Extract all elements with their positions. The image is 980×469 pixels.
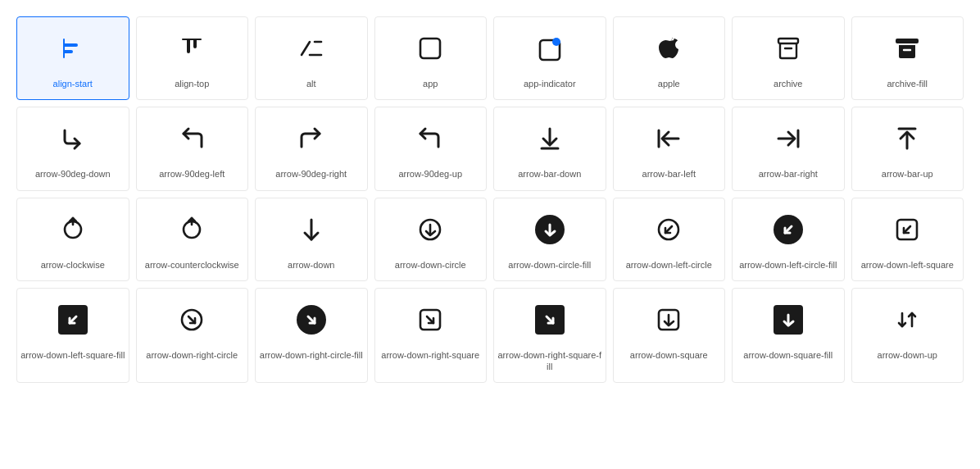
icon-wrapper bbox=[48, 24, 98, 73]
icon-cell-arrow-90deg-up[interactable]: arrow-90deg-up bbox=[374, 107, 488, 190]
icon-wrapper bbox=[525, 205, 574, 254]
icon-wrapper bbox=[406, 295, 455, 344]
arrow-counterclockwise-icon bbox=[179, 216, 205, 243]
icon-cell-align-start[interactable]: align-start bbox=[16, 16, 129, 100]
icon-wrapper bbox=[406, 114, 455, 163]
icon-cell-arrow-down-left-circle[interactable]: arrow-down-left-circle bbox=[613, 198, 726, 281]
icon-cell-arrow-90deg-down[interactable]: arrow-90deg-down bbox=[16, 107, 129, 190]
icon-label: arrow-down-left-square-fill bbox=[20, 349, 125, 361]
icon-cell-arrow-down-square[interactable]: arrow-down-square bbox=[613, 288, 726, 384]
icon-cell-arrow-counterclockwise[interactable]: arrow-counterclockwise bbox=[136, 198, 249, 281]
icon-wrapper bbox=[525, 24, 574, 73]
icon-wrapper bbox=[764, 295, 813, 344]
icon-wrapper bbox=[406, 205, 455, 254]
icon-cell-arrow-bar-left[interactable]: arrow-bar-left bbox=[613, 107, 726, 190]
icon-cell-arrow-down-circle[interactable]: arrow-down-circle bbox=[374, 198, 488, 281]
icon-cell-arrow-down[interactable]: arrow-down bbox=[255, 198, 368, 281]
icon-label: archive-fill bbox=[887, 78, 928, 89]
icon-cell-arrow-bar-right[interactable]: arrow-bar-right bbox=[732, 107, 845, 190]
arrow-down-right-circle-fill-icon bbox=[298, 307, 324, 333]
svg-rect-9 bbox=[778, 39, 798, 43]
square-filled bbox=[535, 305, 565, 335]
icon-cell-arrow-clockwise[interactable]: arrow-clockwise bbox=[16, 198, 129, 281]
icon-cell-arrow-bar-down[interactable]: arrow-bar-down bbox=[493, 107, 606, 190]
icon-wrapper bbox=[167, 24, 216, 73]
icon-label: arrow-90deg-up bbox=[398, 168, 462, 180]
arrow-clockwise-icon bbox=[60, 216, 86, 243]
arrow-down-right-circle-icon bbox=[179, 307, 205, 333]
arrow-down-square-fill-icon bbox=[775, 307, 801, 333]
icon-label: arrow-down-left-square bbox=[861, 259, 954, 271]
icon-cell-arrow-down-left-circle-fill[interactable]: arrow-down-left-circle-fill bbox=[732, 198, 845, 281]
apple-icon bbox=[656, 35, 682, 61]
icon-cell-archive-fill[interactable]: archive-fill bbox=[851, 16, 964, 100]
icon-cell-arrow-90deg-left[interactable]: arrow-90deg-left bbox=[136, 107, 249, 190]
arrow-90deg-right-icon bbox=[298, 125, 324, 152]
svg-rect-1 bbox=[63, 39, 65, 58]
icon-wrapper bbox=[167, 114, 216, 163]
arrow-down-icon bbox=[298, 216, 324, 243]
icon-cell-arrow-bar-up[interactable]: arrow-bar-up bbox=[851, 107, 964, 190]
icon-label: arrow-bar-right bbox=[759, 168, 818, 180]
icon-wrapper bbox=[287, 295, 336, 344]
icon-cell-arrow-down-square-fill[interactable]: arrow-down-square-fill bbox=[732, 288, 845, 384]
icon-cell-arrow-down-right-circle[interactable]: arrow-down-right-circle bbox=[136, 288, 249, 384]
icon-cell-align-top[interactable]: align-top bbox=[136, 16, 249, 100]
svg-rect-2 bbox=[63, 50, 73, 53]
icon-label: arrow-down-up bbox=[878, 349, 937, 361]
icon-cell-arrow-down-right-circle-fill[interactable]: arrow-down-right-circle-fill bbox=[255, 288, 368, 384]
square-filled bbox=[774, 305, 803, 335]
icon-label: arrow-down-right-circle bbox=[146, 349, 238, 361]
icon-cell-app[interactable]: app bbox=[374, 16, 488, 100]
icon-wrapper bbox=[644, 205, 693, 254]
icon-wrapper bbox=[525, 114, 574, 163]
svg-rect-3 bbox=[187, 39, 190, 53]
icon-cell-alt[interactable]: alt bbox=[255, 16, 368, 100]
icon-label: arrow-down-circle bbox=[395, 259, 466, 271]
icon-label: arrow-bar-left bbox=[642, 168, 696, 180]
icon-label: arrow-counterclockwise bbox=[145, 259, 239, 271]
icon-wrapper bbox=[882, 205, 932, 254]
icon-cell-arrow-down-right-square[interactable]: arrow-down-right-square bbox=[374, 288, 488, 384]
icon-cell-apple[interactable]: apple bbox=[613, 16, 726, 100]
icon-label: alt bbox=[306, 78, 316, 89]
icon-wrapper bbox=[644, 295, 693, 344]
icon-label: arrow-clockwise bbox=[41, 259, 105, 271]
archive-fill-icon bbox=[894, 35, 920, 61]
circle-filled bbox=[774, 215, 803, 244]
icon-label: arrow-down-right-circle-fill bbox=[260, 349, 363, 361]
icon-cell-arrow-down-left-square[interactable]: arrow-down-left-square bbox=[851, 198, 964, 281]
icon-cell-arrow-down-up[interactable]: arrow-down-up bbox=[851, 288, 964, 384]
icon-wrapper bbox=[882, 114, 932, 163]
icon-cell-archive[interactable]: archive bbox=[732, 16, 845, 100]
square-filled bbox=[58, 305, 88, 335]
icon-cell-app-indicator[interactable]: app-indicator bbox=[493, 16, 606, 100]
icon-label: arrow-down bbox=[288, 259, 334, 271]
icon-label: arrow-90deg-down bbox=[35, 168, 111, 180]
icon-wrapper bbox=[406, 24, 455, 73]
arrow-90deg-left-icon bbox=[179, 125, 205, 152]
icon-wrapper bbox=[764, 114, 813, 163]
icon-wrapper bbox=[882, 295, 932, 344]
icon-wrapper bbox=[167, 295, 216, 344]
icon-label: align-top bbox=[175, 78, 209, 89]
icon-cell-arrow-down-right-square-fill[interactable]: arrow-down-right-square-fill bbox=[493, 288, 606, 384]
svg-rect-6 bbox=[420, 39, 440, 58]
icon-wrapper bbox=[287, 114, 336, 163]
icon-cell-arrow-90deg-right[interactable]: arrow-90deg-right bbox=[255, 107, 368, 190]
svg-rect-0 bbox=[63, 43, 78, 47]
icon-cell-arrow-down-circle-fill[interactable]: arrow-down-circle-fill bbox=[493, 198, 606, 281]
icon-label: archive bbox=[774, 78, 802, 89]
archive-icon bbox=[775, 35, 801, 61]
arrow-bar-right-icon bbox=[775, 125, 801, 152]
circle-filled bbox=[535, 215, 565, 244]
arrow-down-square-icon bbox=[656, 307, 682, 333]
icon-cell-arrow-down-left-square-fill[interactable]: arrow-down-left-square-fill bbox=[16, 288, 129, 384]
icon-label: arrow-bar-up bbox=[882, 168, 933, 180]
arrow-down-left-circle-icon bbox=[656, 216, 682, 243]
arrow-bar-down-icon bbox=[537, 125, 563, 152]
app-icon bbox=[417, 35, 443, 61]
icon-label: arrow-90deg-right bbox=[275, 168, 347, 180]
svg-rect-4 bbox=[182, 39, 202, 40]
arrow-down-left-circle-fill-icon bbox=[775, 216, 801, 243]
